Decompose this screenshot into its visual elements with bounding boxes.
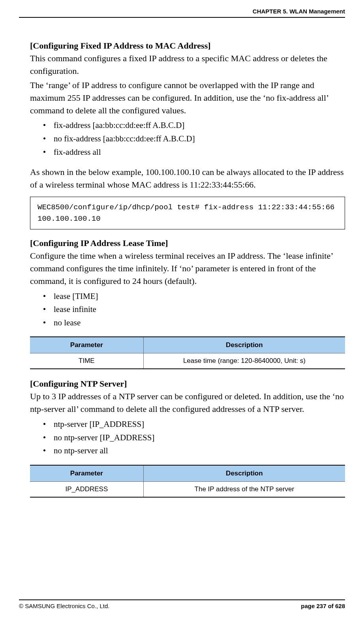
- sec3-p1: Up to 3 IP addresses of a NTP server can…: [30, 390, 345, 415]
- page-footer: © SAMSUNG Electronics Co., Ltd. page 237…: [19, 599, 345, 609]
- chapter-title: CHAPTER 5. WLAN Management: [253, 8, 345, 15]
- sec2-title: [Configuring IP Address Lease Time]: [30, 238, 345, 248]
- sec1-title: [Configuring Fixed IP Address to MAC Add…: [30, 41, 345, 51]
- table-row: TIME Lease time (range: 120-8640000, Uni…: [30, 353, 345, 369]
- sec1-p2: The ‘range’ of IP address to configure c…: [30, 79, 345, 117]
- th-parameter: Parameter: [30, 465, 143, 482]
- sec3-title: [Configuring NTP Server]: [30, 379, 345, 389]
- td-param: IP_ADDRESS: [30, 482, 143, 498]
- page-content: [Configuring Fixed IP Address to MAC Add…: [19, 41, 345, 498]
- sec1-p1: This command configures a fixed IP addre…: [30, 52, 345, 77]
- th-parameter: Parameter: [30, 337, 143, 353]
- th-description: Description: [143, 337, 345, 353]
- sec3-table: Parameter Description IP_ADDRESS The IP …: [30, 465, 345, 498]
- list-item: ntp-server [IP_ADDRESS]: [43, 418, 345, 431]
- page-number: page 237 of 628: [301, 603, 345, 609]
- list-item: lease infinite: [43, 303, 345, 316]
- sec1-list: fix-address [aa:bb:cc:dd:ee:ff A.B.C.D] …: [30, 119, 345, 159]
- list-item: no fix-address [aa:bb:cc:dd:ee:ff A.B.C.…: [43, 132, 345, 146]
- td-desc: Lease time (range: 120-8640000, Unit: s): [143, 353, 345, 369]
- td-desc: The IP address of the NTP server: [143, 482, 345, 498]
- sec2-list: lease [TIME] lease infinite no lease: [30, 290, 345, 330]
- sec2-p1: Configure the time when a wireless termi…: [30, 250, 345, 287]
- sec3-list: ntp-server [IP_ADDRESS] no ntp-server [I…: [30, 418, 345, 458]
- td-param: TIME: [30, 353, 143, 369]
- sec2-table: Parameter Description TIME Lease time (r…: [30, 336, 345, 369]
- copyright: © SAMSUNG Electronics Co., Ltd.: [19, 603, 109, 609]
- list-item: fix-address [aa:bb:cc:dd:ee:ff A.B.C.D]: [43, 119, 345, 132]
- list-item: no lease: [43, 316, 345, 330]
- code-example: WEC8500/configure/ip/dhcp/pool test# fix…: [30, 197, 345, 229]
- th-description: Description: [143, 465, 345, 482]
- list-item: lease [TIME]: [43, 290, 345, 303]
- page-header: CHAPTER 5. WLAN Management: [19, 8, 345, 18]
- list-item: no ntp-server all: [43, 444, 345, 458]
- list-item: no ntp-server [IP_ADDRESS]: [43, 431, 345, 445]
- sec1-p3: As shown in the below example, 100.100.1…: [30, 166, 345, 191]
- list-item: fix-address all: [43, 146, 345, 159]
- table-row: IP_ADDRESS The IP address of the NTP ser…: [30, 482, 345, 498]
